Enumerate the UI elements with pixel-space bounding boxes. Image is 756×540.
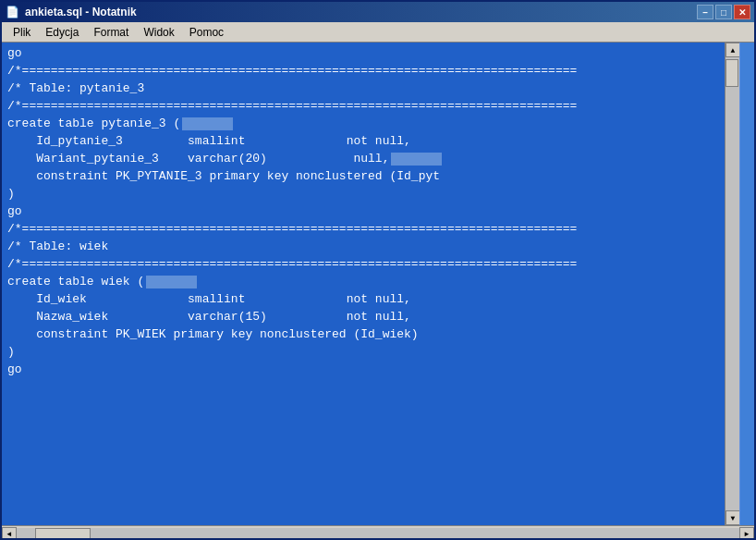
editor-line: /*======================================…	[7, 62, 719, 80]
editor-line: constraint PK_PYTANIE_3 primary key nonc…	[7, 167, 719, 185]
title-bar-left: 📄 ankieta.sql - Notatnik	[6, 6, 137, 18]
scroll-left-button[interactable]: ◄	[2, 527, 17, 541]
editor-text-area[interactable]: go/*====================================…	[2, 43, 725, 525]
editor-line: /* Table: pytanie_3	[7, 80, 719, 97]
editor-line: /*======================================…	[7, 220, 719, 238]
scroll-down-button[interactable]: ▼	[726, 510, 740, 525]
menu-widok[interactable]: Widok	[136, 24, 181, 41]
menu-bar: Plik Edycja Format Widok Pomoc	[2, 22, 754, 43]
title-buttons: – □ ✕	[697, 5, 750, 19]
editor-line: Id_wiek smallint not null,	[7, 290, 719, 308]
scroll-up-button[interactable]: ▲	[726, 43, 740, 57]
editor-line: go	[7, 202, 719, 220]
editor-line: /*======================================…	[7, 255, 719, 273]
editor-line: create table pytanie_3 (	[7, 115, 719, 132]
menu-plik[interactable]: Plik	[6, 24, 38, 41]
h-scroll-thumb[interactable]	[35, 528, 91, 541]
editor-line: create table wiek (	[7, 273, 719, 290]
maximize-button[interactable]: □	[715, 5, 732, 19]
menu-format[interactable]: Format	[86, 24, 136, 41]
editor-line: /*======================================…	[7, 97, 719, 115]
close-button[interactable]: ✕	[734, 5, 750, 19]
editor-line: go	[7, 44, 719, 62]
window: 📄 ankieta.sql - Notatnik – □ ✕ Plik Edyc…	[0, 0, 756, 540]
menu-pomoc[interactable]: Pomoc	[182, 24, 231, 41]
editor-line: constraint PK_WIEK primary key noncluste…	[7, 325, 719, 343]
editor-line: )	[7, 185, 719, 202]
blue-accent-strip	[739, 43, 754, 525]
window-icon: 📄	[6, 6, 19, 18]
editor-line: Wariant_pytanie_3 varchar(20) null,	[7, 150, 719, 167]
vertical-scrollbar[interactable]: ▲ ▼	[725, 43, 739, 525]
editor-line: )	[7, 343, 719, 361]
scroll-thumb[interactable]	[726, 59, 738, 87]
scroll-track[interactable]	[726, 57, 739, 510]
editor-line: go	[7, 361, 719, 378]
menu-edycja[interactable]: Edycja	[38, 24, 86, 41]
h-scroll-track[interactable]	[17, 528, 739, 541]
scroll-right-button[interactable]: ►	[739, 527, 754, 541]
editor-line: Nazwa_wiek varchar(15) not null,	[7, 308, 719, 325]
editor-main: go/*====================================…	[2, 43, 754, 525]
title-bar: 📄 ankieta.sql - Notatnik – □ ✕	[2, 2, 754, 22]
editor-line: /* Table: wiek	[7, 238, 719, 255]
editor-wrapper: go/*====================================…	[2, 43, 754, 540]
minimize-button[interactable]: –	[697, 5, 713, 19]
window-title: ankieta.sql - Notatnik	[25, 6, 137, 18]
horizontal-scrollbar[interactable]: ◄ ►	[2, 525, 754, 540]
editor-line: Id_pytanie_3 smallint not null,	[7, 132, 719, 150]
